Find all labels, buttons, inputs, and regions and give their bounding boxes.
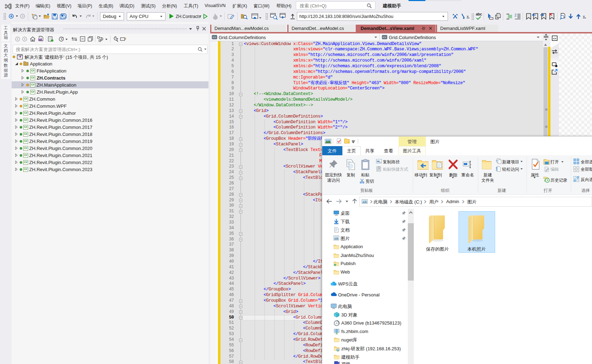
svg-text:<>: <> [553, 37, 556, 40]
svg-text:<>: <> [383, 36, 386, 39]
svg-text:2: 2 [515, 13, 517, 17]
svg-text:<>: <> [213, 36, 216, 39]
svg-text:W: W [377, 160, 380, 163]
